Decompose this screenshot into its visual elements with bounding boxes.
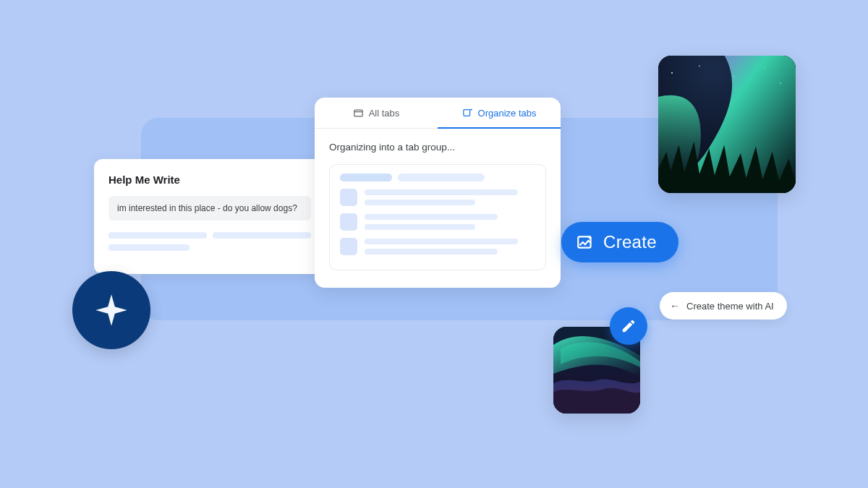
create-button[interactable]: Create <box>561 222 678 262</box>
tab-label: Organize tabs <box>478 108 537 119</box>
help-me-write-title: Help Me Write <box>109 174 311 186</box>
tab-label: All tabs <box>369 108 400 119</box>
skeleton-line <box>365 249 498 254</box>
edit-theme-button[interactable] <box>610 307 647 345</box>
skeleton-row <box>109 244 311 251</box>
tab-group-preview <box>329 164 546 270</box>
create-button-label: Create <box>603 232 657 252</box>
svg-rect-1 <box>463 110 469 116</box>
skeleton-line <box>340 174 392 181</box>
skeleton-line <box>109 244 190 251</box>
tab-icon <box>353 108 364 119</box>
help-me-write-input[interactable] <box>109 196 311 221</box>
help-me-write-card: Help Me Write <box>94 159 326 274</box>
list-item <box>340 213 535 231</box>
skeleton-row <box>109 232 311 239</box>
favicon-placeholder <box>340 213 357 231</box>
list-item <box>340 238 535 255</box>
tab-organizer-card: All tabs Organize tabs Organizing into a… <box>315 98 561 288</box>
list-item <box>340 189 535 206</box>
tab-all-tabs[interactable]: All tabs <box>315 98 438 128</box>
image-sparkle-icon <box>576 233 595 252</box>
skeleton-line <box>213 232 311 239</box>
organize-status: Organizing into a tab group... <box>329 142 546 153</box>
skeleton-line <box>109 232 207 239</box>
ai-sparkle-badge <box>72 271 150 349</box>
skeleton-line <box>398 174 485 181</box>
theme-image-large <box>658 56 796 193</box>
organize-icon <box>462 108 473 119</box>
create-theme-label: Create theme with AI <box>686 301 774 312</box>
svg-rect-0 <box>354 110 362 116</box>
skeleton-line <box>365 239 518 244</box>
skeleton-line <box>365 189 518 195</box>
skeleton-line <box>365 224 475 230</box>
group-header <box>340 174 535 181</box>
create-theme-chip[interactable]: ← Create theme with AI <box>660 292 787 320</box>
tab-bar: All tabs Organize tabs <box>315 98 561 129</box>
pencil-icon <box>621 318 637 334</box>
arrow-left-icon: ← <box>670 300 680 312</box>
svg-point-5 <box>699 65 700 67</box>
favicon-placeholder <box>340 238 357 255</box>
skeleton-line <box>365 214 498 220</box>
svg-point-4 <box>671 72 673 74</box>
tab-organize-tabs[interactable]: Organize tabs <box>438 98 561 128</box>
tabs-body: Organizing into a tab group... <box>315 129 561 288</box>
sparkle-icon <box>93 291 130 329</box>
skeleton-line <box>365 200 475 205</box>
favicon-placeholder <box>340 189 357 206</box>
